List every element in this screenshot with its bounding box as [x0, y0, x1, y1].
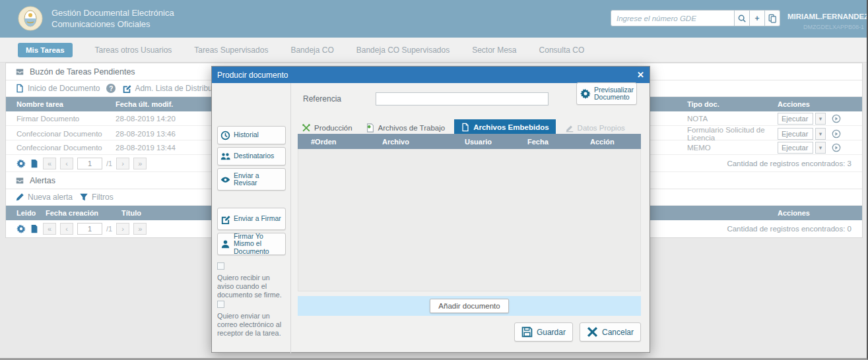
guardar-button[interactable]: Guardar: [514, 322, 573, 342]
enviar-revisar-label: Enviar a Revisar: [234, 172, 283, 187]
cell-tipo: NOTA: [687, 115, 778, 123]
col-usuario: Usuario: [465, 138, 527, 146]
eye-icon: [220, 175, 230, 185]
alerts-icon: [15, 176, 24, 185]
tab-produccion-label: Producción: [314, 124, 352, 132]
tab-datos-propios-label: Datos Propios: [578, 124, 625, 132]
tab-mis-tareas[interactable]: Mis Tareas: [18, 43, 73, 57]
destinatarios-button[interactable]: Destinatarios: [217, 147, 286, 165]
export-document-icon[interactable]: [30, 224, 39, 233]
search-button[interactable]: [735, 10, 750, 26]
tab-bandeja-co-supervisados[interactable]: Bandeja CO Supervisados: [356, 45, 450, 55]
app-header: Gestión Documental Electrónica Comunicac…: [0, 0, 867, 38]
prev-page-button[interactable]: ‹: [60, 223, 73, 235]
modal-titlebar: Producir documento ✕: [212, 67, 650, 83]
col-nombre-tarea[interactable]: Nombre tarea: [17, 100, 116, 108]
alertas-title: Alertas: [30, 176, 55, 185]
page-input[interactable]: [77, 223, 102, 235]
paste-button[interactable]: [765, 10, 780, 26]
nueva-alerta-button[interactable]: Nueva alerta: [15, 193, 73, 202]
aviso-checkbox[interactable]: [217, 262, 224, 270]
filtros-button[interactable]: Filtros: [79, 193, 114, 202]
tab-archivos-trabajo-label: Archivos de Trabajo: [378, 124, 446, 132]
prev-page-button[interactable]: ‹: [60, 158, 73, 169]
historial-button[interactable]: Historial: [217, 126, 286, 144]
col-fecha-modif[interactable]: Fecha últ. modif.: [116, 100, 222, 108]
embedded-file-icon: [461, 123, 470, 132]
production-tools-icon: [302, 123, 311, 133]
gde-number-search: +: [611, 10, 780, 26]
tab-archivos-embebidos[interactable]: Archivos Embebidos: [454, 119, 555, 135]
cancelar-button[interactable]: Cancelar: [580, 322, 641, 342]
col-archivo: Archivo: [382, 138, 465, 146]
destinatarios-label: Destinatarios: [234, 152, 274, 160]
first-page-button[interactable]: «: [43, 223, 56, 235]
inicio-documento-button[interactable]: Inicio de Documento: [15, 84, 100, 93]
col-accion: Acción: [590, 138, 654, 146]
accion-select[interactable]: Ejecutar: [778, 113, 813, 125]
ejecutar-play-icon[interactable]: [832, 114, 841, 123]
cell-nombre: Confeccionar Documento: [17, 144, 116, 152]
correo-checkbox[interactable]: [217, 301, 224, 308]
last-page-button[interactable]: »: [133, 158, 147, 169]
page-total: /1: [106, 160, 112, 167]
cell-acciones: Ejecutar ▾: [778, 142, 855, 154]
accion-caret[interactable]: ▾: [815, 142, 826, 154]
embedded-files-table-body: [298, 149, 641, 291]
col-leido[interactable]: Leido: [17, 209, 46, 217]
tab-archivos-de-trabajo[interactable]: Archivos de Trabajo: [362, 121, 450, 135]
accion-select[interactable]: Ejecutar: [778, 142, 813, 154]
col-fecha: Fecha: [527, 138, 590, 146]
col-acciones: Acciones: [778, 209, 855, 217]
close-icon[interactable]: ✕: [637, 70, 644, 80]
settings-gear-icon[interactable]: [17, 224, 26, 233]
enviar-firmar-label: Enviar a Firmar: [234, 215, 281, 223]
accion-caret[interactable]: ▾: [815, 128, 826, 140]
tab-sector-mesa[interactable]: Sector Mesa: [472, 45, 516, 55]
user-area: MIRIAML.FERNANDEZ: [787, 12, 868, 21]
edit-icon: [122, 84, 131, 93]
ejecutar-play-icon[interactable]: [832, 129, 841, 138]
cell-fecha: 28-08-2019 14:20: [116, 115, 222, 123]
modal-side-column: Historial Destinatarios Enviar a Revisar…: [212, 83, 291, 353]
enviar-a-firmar-button[interactable]: Enviar a Firmar: [217, 208, 286, 230]
last-page-button[interactable]: »: [133, 223, 147, 235]
add-button[interactable]: +: [750, 10, 765, 26]
settings-gear-icon[interactable]: [17, 159, 26, 168]
server-id: DMZGDELXAPPB08-1: [803, 24, 864, 30]
document-icon: [15, 84, 24, 93]
buzon-title: Buzón de Tareas Pendientes: [30, 67, 135, 76]
col-tipo-doc[interactable]: Tipo doc.: [687, 100, 778, 108]
col-fecha-creacion[interactable]: Fecha creación: [46, 209, 121, 217]
file-green-dot-icon: [366, 123, 375, 133]
tab-produccion[interactable]: Producción: [298, 121, 356, 135]
ejecutar-play-icon[interactable]: [832, 143, 841, 152]
export-document-icon[interactable]: [30, 159, 39, 168]
modal-title: Producir documento: [217, 71, 288, 80]
firmar-yo-mismo-button[interactable]: Firmar Yo Mismo el Documento: [217, 233, 286, 255]
help-icon[interactable]: ?: [106, 84, 116, 93]
tab-consulta-co[interactable]: Consulta CO: [539, 45, 585, 55]
modal-footer: Guardar Cancelar: [298, 322, 641, 342]
tab-tareas-otros-usuarios[interactable]: Tareas otros Usuarios: [95, 45, 172, 55]
inbox-icon: [15, 67, 24, 76]
anadir-documento-button[interactable]: Añadir documento: [430, 299, 508, 313]
next-page-button[interactable]: ›: [116, 158, 129, 169]
col-acciones: Acciones: [778, 100, 855, 108]
gde-number-input[interactable]: [611, 10, 735, 26]
first-page-button[interactable]: «: [43, 158, 56, 169]
enviar-a-revisar-button[interactable]: Enviar a Revisar: [217, 168, 286, 191]
page-input[interactable]: [77, 158, 102, 169]
accion-caret[interactable]: ▾: [815, 113, 826, 125]
person-sign-icon: [220, 239, 230, 249]
next-page-button[interactable]: ›: [116, 223, 129, 235]
previsualizar-documento-button[interactable]: Previsualizar Documento: [576, 82, 637, 105]
tab-tareas-supervisados[interactable]: Tareas Supervisados: [194, 45, 268, 55]
cell-nombre: Confeccionar Documento: [17, 130, 116, 138]
tab-bandeja-co[interactable]: Bandeja CO: [290, 45, 333, 55]
referencia-input[interactable]: [376, 92, 549, 105]
cell-fecha: 28-08-2019 13:44: [116, 144, 222, 152]
accion-select[interactable]: Ejecutar: [778, 128, 813, 140]
paste-icon: [768, 14, 777, 23]
correo-checkbox-label: Quiero enviar un correo electrónico al r…: [217, 312, 287, 338]
